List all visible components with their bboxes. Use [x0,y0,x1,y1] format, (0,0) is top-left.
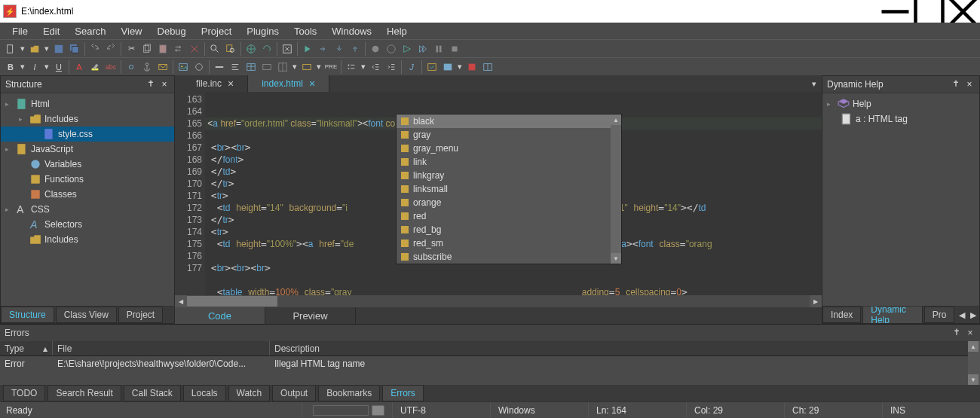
menu-help[interactable]: Help [379,23,415,39]
save-icon[interactable] [51,41,66,56]
anchor-icon[interactable] [139,59,155,75]
tab-call-stack[interactable]: Call Stack [124,385,181,401]
tab-search-result[interactable]: Search Result [47,385,121,401]
form-icon[interactable] [299,59,314,75]
status-encoding[interactable]: UTF-8 [392,402,490,418]
tree-item[interactable]: Includes [1,232,174,247]
col-description[interactable]: Description [270,341,980,355]
align-icon[interactable] [228,59,243,75]
scroll-down-icon[interactable]: ▼ [968,374,978,385]
toggle-button[interactable] [372,405,384,416]
tree-item[interactable]: ▸Includes [1,111,174,127]
font-color-icon[interactable]: A [72,59,87,75]
pin-icon[interactable] [951,79,961,90]
tree-item[interactable]: Classes [1,187,174,202]
close-icon[interactable]: × [309,78,315,90]
save-all-icon[interactable] [67,41,82,56]
col-type[interactable]: Type ▴ [0,341,53,355]
status-ins[interactable]: INS [882,402,980,418]
tab-output[interactable]: Output [272,385,316,401]
tab-structure[interactable]: Structure [1,307,54,323]
list-ul-icon[interactable] [344,59,359,75]
errors-grid[interactable]: Type ▴ File Description Error E:\E\share… [0,341,980,385]
scroll-thumb[interactable] [187,296,277,307]
tree-item[interactable]: Variables [1,157,174,172]
menu-debug[interactable]: Debug [150,23,194,39]
dropdown-icon[interactable]: ▾ [456,59,464,75]
preview-icon[interactable] [440,59,455,75]
bold-icon[interactable]: B [3,59,18,75]
expander-icon[interactable]: ▸ [5,206,13,213]
tree-item[interactable]: a : HTML tag [822,111,979,127]
autocomplete-item[interactable]: linksmall [397,182,621,196]
tab-errors[interactable]: Errors [382,385,424,401]
close-icon[interactable]: × [965,328,975,338]
tree-item[interactable]: style.css [1,127,174,142]
hr-icon[interactable] [212,59,227,75]
close-icon[interactable]: × [964,79,975,90]
menu-tools[interactable]: Tools [286,23,324,39]
tab-todo[interactable]: TODO [3,385,45,401]
tab-locals[interactable]: Locals [183,385,226,401]
pin-icon[interactable] [145,79,156,90]
tab-dynamic-help[interactable]: Dynamic Help [862,307,922,323]
menu-edit[interactable]: Edit [35,23,67,39]
link-icon[interactable] [124,59,139,75]
expander-icon[interactable]: ▸ [827,100,835,108]
dropdown-icon[interactable]: ▾ [360,59,367,75]
swap-icon[interactable] [171,41,186,56]
pin-icon[interactable] [951,328,962,338]
mail-icon[interactable] [155,59,170,75]
expander-icon[interactable]: ▸ [5,145,13,153]
debug-into-icon[interactable] [332,41,347,56]
tree-item[interactable]: ▸Html [1,96,174,111]
breakpoint-icon[interactable] [368,41,383,56]
code-editor[interactable]: 1631641651661671681691701711721731741751… [175,92,822,295]
scrollbar[interactable]: ▲ ▼ [611,114,621,264]
debug-step-icon[interactable] [316,41,331,56]
tab-list-icon[interactable]: ▾ [807,76,822,91]
menu-plugins[interactable]: Plugins [239,23,286,39]
tree-item[interactable]: ASelectors [1,217,174,232]
structure-tree[interactable]: ▸Html▸Includesstyle.css▸JavaScriptVariab… [1,93,174,307]
tree-item[interactable]: ▸ACSS [1,202,174,217]
status-eol[interactable]: Windows [490,402,588,418]
table-icon[interactable] [243,59,259,75]
dropdown-icon[interactable]: ▾ [19,59,26,75]
object-icon[interactable] [191,59,207,75]
scroll-right-icon[interactable]: ▶ [810,295,822,307]
copy-icon[interactable] [139,41,155,56]
cut-icon[interactable]: ✂ [124,41,139,56]
autocomplete-item[interactable]: black [397,114,621,128]
validate-icon[interactable] [424,59,439,75]
tab-project[interactable]: Project [118,307,163,323]
pause-icon[interactable] [431,41,446,56]
fast-forward-icon[interactable] [415,41,430,56]
fullscreen-icon[interactable] [280,41,295,56]
help-tree[interactable]: ▸ Help a : HTML tag [822,93,979,307]
underline-icon[interactable]: U [51,59,66,75]
script-icon[interactable]: J [404,59,419,75]
scroll-down-icon[interactable]: ▼ [611,253,621,264]
scroll-left-icon[interactable]: ◀ [175,295,187,307]
div-icon[interactable] [259,59,274,75]
tab-bookmarks[interactable]: Bookmarks [318,385,380,401]
file-tab[interactable]: index.html× [248,75,329,92]
menu-project[interactable]: Project [194,23,239,39]
tab-index[interactable]: Index [822,307,861,323]
autocomplete-item[interactable]: subscribe [397,250,621,264]
highlight-icon[interactable] [87,59,103,75]
indent-icon[interactable] [384,59,399,75]
dropdown-icon[interactable]: ▾ [43,41,51,56]
file-tab[interactable]: file.inc× [182,75,248,92]
dropdown-icon[interactable]: ▾ [315,59,323,75]
error-row[interactable]: Error E:\E\share\!projects\healthwyse\fo… [0,356,980,371]
debug-out-icon[interactable] [348,41,363,56]
menu-search[interactable]: Search [67,23,113,39]
col-file[interactable]: File [53,341,270,355]
scroll-left-icon[interactable]: ◀ [956,307,967,322]
split-view-icon[interactable] [480,59,495,75]
menu-file[interactable]: File [5,23,35,39]
open-folder-icon[interactable] [27,41,42,56]
tree-item[interactable]: ▸JavaScript [1,142,174,157]
